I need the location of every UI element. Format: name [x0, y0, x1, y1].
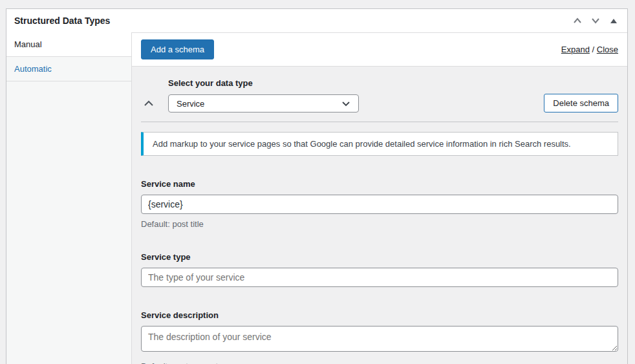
- move-down-icon[interactable]: [590, 15, 601, 27]
- data-type-selected-value: Service: [177, 99, 204, 109]
- collapse-schema-icon[interactable]: [141, 94, 156, 112]
- service-description-default-hint: Default: post excerpt: [141, 361, 618, 364]
- expand-link[interactable]: Expand: [561, 45, 590, 54]
- expand-close-links: Expand / Close: [561, 45, 618, 54]
- section-divider: [141, 122, 618, 122]
- service-name-input[interactable]: [141, 195, 618, 214]
- delete-schema-button[interactable]: Delete schema: [544, 94, 618, 112]
- move-up-icon[interactable]: [572, 15, 583, 27]
- sidebar-filler: [6, 81, 131, 364]
- service-description-field-group: Service description Default: post excerp…: [141, 310, 618, 364]
- data-type-label: Select your data type: [168, 78, 359, 88]
- select-chevron-down-icon: [341, 101, 350, 107]
- panel-header: Structured Data Types: [6, 9, 627, 32]
- schema-header-row: Select your data type Service Delete sch…: [141, 76, 618, 112]
- structured-data-types-panel: Structured Data Types Manual Automatic A…: [6, 8, 628, 364]
- main-content: Add a schema Expand / Close Select your …: [132, 32, 627, 364]
- panel-header-controls: [572, 15, 619, 27]
- service-description-label: Service description: [141, 310, 618, 320]
- close-link[interactable]: Close: [597, 45, 618, 54]
- data-type-select[interactable]: Service: [168, 94, 359, 112]
- service-type-input[interactable]: [141, 268, 618, 287]
- sidebar: Manual Automatic: [6, 32, 132, 364]
- service-name-default-hint: Default: post title: [141, 219, 618, 229]
- toggle-panel-icon[interactable]: [608, 15, 619, 27]
- service-description-textarea[interactable]: [141, 326, 618, 352]
- triangle-up-icon: [610, 19, 617, 23]
- panel-body: Manual Automatic Add a schema Expand / C…: [6, 32, 627, 364]
- toolbar: Add a schema Expand / Close: [132, 33, 627, 67]
- link-separator: /: [590, 45, 597, 54]
- service-name-label: Service name: [141, 179, 618, 189]
- data-type-group: Select your data type Service: [168, 76, 359, 112]
- info-notice: Add markup to your service pages so that…: [141, 132, 618, 156]
- sidebar-item-manual[interactable]: Manual: [6, 32, 131, 57]
- sidebar-item-automatic[interactable]: Automatic: [6, 57, 131, 81]
- service-type-label: Service type: [141, 252, 618, 262]
- panel-title: Structured Data Types: [14, 16, 110, 26]
- info-notice-text: Add markup to your service pages so that…: [153, 139, 608, 149]
- add-schema-button[interactable]: Add a schema: [141, 39, 214, 59]
- schema-area: Select your data type Service Delete sch…: [132, 67, 627, 364]
- service-type-field-group: Service type: [141, 252, 618, 287]
- service-name-field-group: Service name Default: post title: [141, 179, 618, 229]
